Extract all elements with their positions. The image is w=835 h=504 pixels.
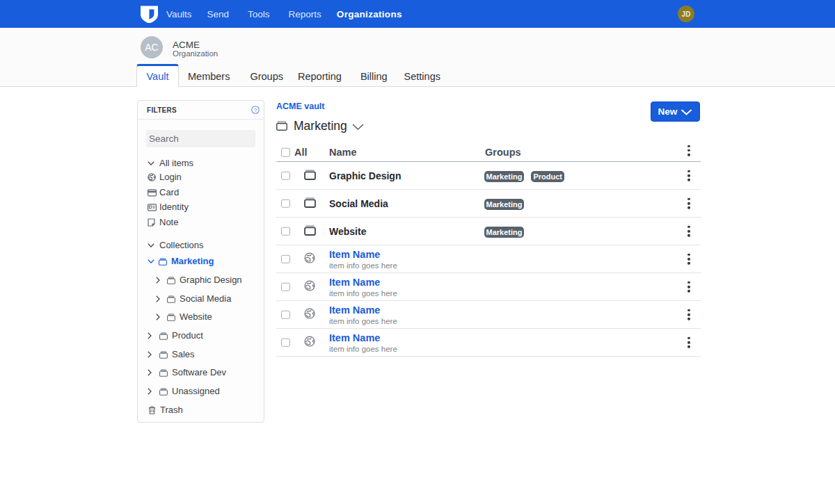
svg-text:?: ?	[254, 107, 257, 113]
